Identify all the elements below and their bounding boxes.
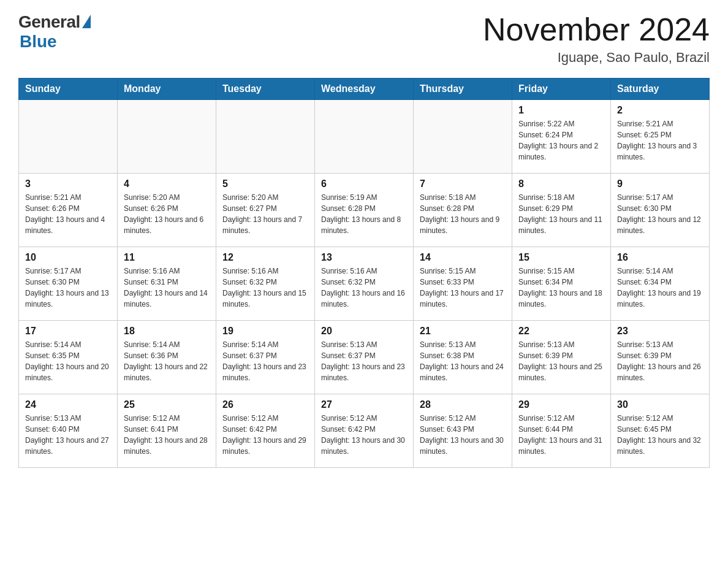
day-info: Sunrise: 5:18 AM Sunset: 6:29 PM Dayligh…	[518, 192, 604, 236]
day-cell: 29Sunrise: 5:12 AM Sunset: 6:44 PM Dayli…	[512, 394, 611, 468]
day-cell: 22Sunrise: 5:13 AM Sunset: 6:39 PM Dayli…	[512, 321, 611, 394]
day-cell: 17Sunrise: 5:14 AM Sunset: 6:35 PM Dayli…	[19, 321, 118, 394]
day-cell: 8Sunrise: 5:18 AM Sunset: 6:29 PM Daylig…	[512, 174, 611, 247]
day-info: Sunrise: 5:13 AM Sunset: 6:40 PM Dayligh…	[25, 413, 111, 457]
day-number: 28	[420, 399, 506, 410]
day-cell: 2Sunrise: 5:21 AM Sunset: 6:25 PM Daylig…	[611, 100, 710, 174]
day-number: 11	[124, 252, 210, 263]
day-cell: 5Sunrise: 5:20 AM Sunset: 6:27 PM Daylig…	[216, 174, 315, 247]
day-info: Sunrise: 5:12 AM Sunset: 6:42 PM Dayligh…	[321, 413, 407, 457]
header-row: SundayMondayTuesdayWednesdayThursdayFrid…	[19, 79, 710, 100]
week-row-1: 1Sunrise: 5:22 AM Sunset: 6:24 PM Daylig…	[19, 100, 710, 174]
day-info: Sunrise: 5:16 AM Sunset: 6:32 PM Dayligh…	[222, 266, 308, 310]
column-header-thursday: Thursday	[414, 79, 512, 100]
column-header-sunday: Sunday	[19, 79, 118, 100]
day-info: Sunrise: 5:16 AM Sunset: 6:31 PM Dayligh…	[124, 266, 210, 310]
day-number: 22	[518, 326, 604, 337]
day-number: 20	[321, 326, 407, 337]
day-number: 26	[222, 399, 308, 410]
day-cell	[414, 100, 512, 174]
day-cell: 20Sunrise: 5:13 AM Sunset: 6:37 PM Dayli…	[315, 321, 414, 394]
day-info: Sunrise: 5:14 AM Sunset: 6:36 PM Dayligh…	[124, 339, 210, 383]
week-row-3: 10Sunrise: 5:17 AM Sunset: 6:30 PM Dayli…	[19, 247, 710, 321]
day-number: 17	[25, 326, 111, 337]
day-info: Sunrise: 5:12 AM Sunset: 6:43 PM Dayligh…	[420, 413, 506, 457]
day-cell	[19, 100, 118, 174]
day-info: Sunrise: 5:14 AM Sunset: 6:37 PM Dayligh…	[222, 339, 308, 383]
day-info: Sunrise: 5:15 AM Sunset: 6:34 PM Dayligh…	[518, 266, 604, 310]
header: General Blue November 2024 Iguape, Sao P…	[18, 12, 710, 66]
day-info: Sunrise: 5:14 AM Sunset: 6:35 PM Dayligh…	[25, 339, 111, 383]
week-row-4: 17Sunrise: 5:14 AM Sunset: 6:35 PM Dayli…	[19, 321, 710, 394]
day-info: Sunrise: 5:19 AM Sunset: 6:28 PM Dayligh…	[321, 192, 407, 236]
day-cell: 7Sunrise: 5:18 AM Sunset: 6:28 PM Daylig…	[414, 174, 512, 247]
day-info: Sunrise: 5:12 AM Sunset: 6:44 PM Dayligh…	[518, 413, 604, 457]
logo-triangle-icon	[82, 15, 91, 28]
day-cell: 19Sunrise: 5:14 AM Sunset: 6:37 PM Dayli…	[216, 321, 315, 394]
calendar-title: November 2024	[483, 12, 710, 47]
day-cell: 4Sunrise: 5:20 AM Sunset: 6:26 PM Daylig…	[118, 174, 216, 247]
day-info: Sunrise: 5:13 AM Sunset: 6:37 PM Dayligh…	[321, 339, 407, 383]
day-cell: 25Sunrise: 5:12 AM Sunset: 6:41 PM Dayli…	[118, 394, 216, 468]
day-number: 13	[321, 252, 407, 263]
day-number: 30	[617, 399, 703, 410]
day-number: 15	[518, 252, 604, 263]
column-header-wednesday: Wednesday	[315, 79, 414, 100]
calendar-subtitle: Iguape, Sao Paulo, Brazil	[483, 50, 710, 66]
day-cell	[315, 100, 414, 174]
day-info: Sunrise: 5:15 AM Sunset: 6:33 PM Dayligh…	[420, 266, 506, 310]
day-info: Sunrise: 5:12 AM Sunset: 6:45 PM Dayligh…	[617, 413, 703, 457]
day-cell: 15Sunrise: 5:15 AM Sunset: 6:34 PM Dayli…	[512, 247, 611, 321]
day-number: 27	[321, 399, 407, 410]
day-info: Sunrise: 5:13 AM Sunset: 6:39 PM Dayligh…	[518, 339, 604, 383]
day-cell: 21Sunrise: 5:13 AM Sunset: 6:38 PM Dayli…	[414, 321, 512, 394]
day-info: Sunrise: 5:20 AM Sunset: 6:26 PM Dayligh…	[124, 192, 210, 236]
day-info: Sunrise: 5:12 AM Sunset: 6:41 PM Dayligh…	[124, 413, 210, 457]
day-cell: 12Sunrise: 5:16 AM Sunset: 6:32 PM Dayli…	[216, 247, 315, 321]
day-cell: 14Sunrise: 5:15 AM Sunset: 6:33 PM Dayli…	[414, 247, 512, 321]
day-cell: 3Sunrise: 5:21 AM Sunset: 6:26 PM Daylig…	[19, 174, 118, 247]
day-cell: 16Sunrise: 5:14 AM Sunset: 6:34 PM Dayli…	[611, 247, 710, 321]
day-number: 21	[420, 326, 506, 337]
day-number: 7	[420, 178, 506, 190]
day-number: 6	[321, 178, 407, 190]
logo: General Blue	[18, 12, 91, 52]
column-header-monday: Monday	[118, 79, 216, 100]
week-row-2: 3Sunrise: 5:21 AM Sunset: 6:26 PM Daylig…	[19, 174, 710, 247]
day-cell: 30Sunrise: 5:12 AM Sunset: 6:45 PM Dayli…	[611, 394, 710, 468]
day-number: 18	[124, 326, 210, 337]
day-cell	[216, 100, 315, 174]
day-number: 16	[617, 252, 703, 263]
column-header-friday: Friday	[512, 79, 611, 100]
day-info: Sunrise: 5:16 AM Sunset: 6:32 PM Dayligh…	[321, 266, 407, 310]
day-info: Sunrise: 5:13 AM Sunset: 6:38 PM Dayligh…	[420, 339, 506, 383]
day-info: Sunrise: 5:18 AM Sunset: 6:28 PM Dayligh…	[420, 192, 506, 236]
week-row-5: 24Sunrise: 5:13 AM Sunset: 6:40 PM Dayli…	[19, 394, 710, 468]
logo-blue-text: Blue	[20, 32, 57, 52]
day-number: 23	[617, 326, 703, 337]
day-cell: 6Sunrise: 5:19 AM Sunset: 6:28 PM Daylig…	[315, 174, 414, 247]
day-info: Sunrise: 5:21 AM Sunset: 6:26 PM Dayligh…	[25, 192, 111, 236]
day-number: 5	[222, 178, 308, 190]
day-number: 25	[124, 399, 210, 410]
day-cell: 23Sunrise: 5:13 AM Sunset: 6:39 PM Dayli…	[611, 321, 710, 394]
day-number: 3	[25, 178, 111, 190]
day-number: 4	[124, 178, 210, 190]
day-cell: 1Sunrise: 5:22 AM Sunset: 6:24 PM Daylig…	[512, 100, 611, 174]
day-number: 24	[25, 399, 111, 410]
day-info: Sunrise: 5:17 AM Sunset: 6:30 PM Dayligh…	[617, 192, 703, 236]
column-header-tuesday: Tuesday	[216, 79, 315, 100]
day-cell: 11Sunrise: 5:16 AM Sunset: 6:31 PM Dayli…	[118, 247, 216, 321]
day-cell: 27Sunrise: 5:12 AM Sunset: 6:42 PM Dayli…	[315, 394, 414, 468]
calendar-table: SundayMondayTuesdayWednesdayThursdayFrid…	[18, 78, 710, 468]
day-number: 29	[518, 399, 604, 410]
column-header-saturday: Saturday	[611, 79, 710, 100]
day-number: 10	[25, 252, 111, 263]
logo-general-text: General	[18, 12, 80, 32]
day-info: Sunrise: 5:14 AM Sunset: 6:34 PM Dayligh…	[617, 266, 703, 310]
day-cell: 18Sunrise: 5:14 AM Sunset: 6:36 PM Dayli…	[118, 321, 216, 394]
day-info: Sunrise: 5:17 AM Sunset: 6:30 PM Dayligh…	[25, 266, 111, 310]
day-number: 14	[420, 252, 506, 263]
day-cell: 28Sunrise: 5:12 AM Sunset: 6:43 PM Dayli…	[414, 394, 512, 468]
day-cell: 26Sunrise: 5:12 AM Sunset: 6:42 PM Dayli…	[216, 394, 315, 468]
